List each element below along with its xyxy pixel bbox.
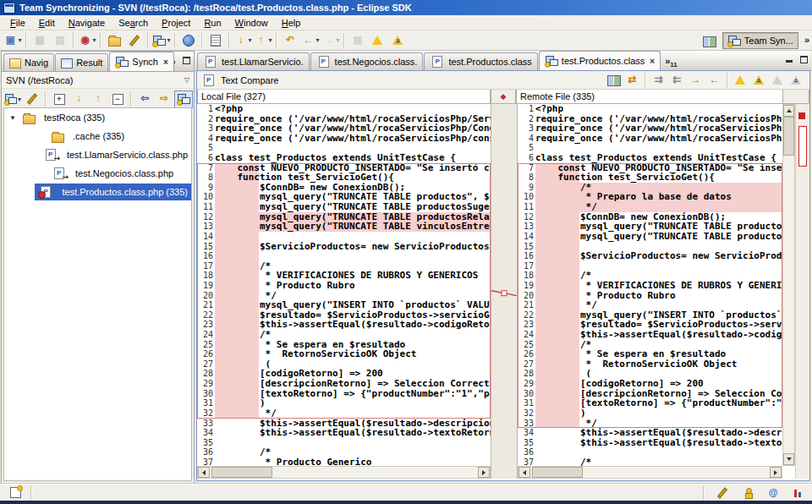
scroll-up-button[interactable] <box>783 105 794 117</box>
new-wizard-button[interactable]: ▣▾ <box>3 31 23 50</box>
next-difference-icon <box>771 74 785 86</box>
tree-item[interactable]: test.Productos.class.php (335) <box>4 183 191 201</box>
synchronize-button[interactable]: ▾ <box>151 31 172 50</box>
remote-file-pane[interactable]: 1<?php2require_once ('/var/www/html/roca… <box>518 104 782 466</box>
collapse-caret-icon[interactable]: ▼ <box>6 114 19 122</box>
menu-window[interactable]: Window <box>228 17 275 29</box>
menu-file[interactable]: File <box>3 17 32 29</box>
open-folder-button[interactable] <box>104 31 124 50</box>
statusbar-user-icon[interactable] <box>738 484 758 502</box>
scroll-right-button[interactable] <box>770 467 782 478</box>
tab-result[interactable]: Result <box>55 53 108 71</box>
tab-synchronize[interactable]: Synch× <box>109 52 173 71</box>
scroll-thumb[interactable] <box>783 117 794 156</box>
overview-ruler[interactable] <box>795 104 809 479</box>
editor-tab-productos[interactable]: test.Productos.class <box>424 52 537 70</box>
previous-difference-button[interactable]: A <box>388 31 409 50</box>
local-file-pane[interactable]: 1<?php2require_once ('/var/www/html/roca… <box>197 104 491 466</box>
next-annotation-button[interactable]: ↓▾ <box>233 31 253 50</box>
minimize-button[interactable] <box>783 54 795 65</box>
open-document-button[interactable] <box>206 31 226 50</box>
team-synchronizing-perspective-button[interactable]: Team Syn... <box>722 32 798 49</box>
menu-edit[interactable]: Edit <box>32 17 62 29</box>
save-button[interactable]: ▦ <box>30 31 50 50</box>
statusbar-link-icon[interactable]: @ <box>763 484 783 502</box>
last-edit-location-button[interactable]: ↶ <box>280 31 300 50</box>
code-line: 11 */ <box>518 202 782 212</box>
diff-connector[interactable] <box>491 104 517 459</box>
code-text: mysql_query("TRUNCATE TABLE vinculosEntr… <box>215 222 491 232</box>
menu-run[interactable]: Run <box>197 17 228 29</box>
tab-navigator[interactable]: Navig <box>3 53 54 71</box>
back-button[interactable]: ←▾ <box>300 31 321 50</box>
menu-navigate[interactable]: Navigate <box>62 17 112 29</box>
incoming-mode-button[interactable]: ⇦ <box>135 90 154 108</box>
pixel-grid-button[interactable]: ▦ <box>348 31 368 50</box>
editor-overflow-chevron[interactable]: »11 <box>665 56 678 68</box>
local-horizontal-scrollbar[interactable] <box>197 466 491 479</box>
previous-change-button[interactable]: ↑ <box>89 90 107 108</box>
previous-change-button[interactable]: A <box>787 71 805 89</box>
sync-tree[interactable]: ▼testRoca (335).cache (335)test.LlamarSe… <box>3 107 192 481</box>
tree-item[interactable]: ▼testRoca (335) <box>4 108 191 127</box>
previous-annotation-button[interactable]: ↑▾ <box>253 31 273 50</box>
print-button[interactable]: ▤ <box>50 31 70 50</box>
window-title: Team Synchronizing - SVN (/testRoca): /t… <box>19 3 412 13</box>
next-difference-button[interactable] <box>732 71 749 89</box>
editor-tab-productos-compare[interactable]: test.Productos.class× <box>539 51 661 70</box>
expand-all-button[interactable]: + <box>50 90 69 108</box>
run-external-tools-button[interactable]: ◉▾ <box>77 31 97 50</box>
maximize-button[interactable] <box>798 54 809 65</box>
editor-tab-llamarservicio[interactable]: test.LlamarServicio. <box>197 52 310 70</box>
pin-view-button[interactable] <box>23 90 41 108</box>
swap-left-right-button[interactable]: ⇄ <box>623 71 641 89</box>
scroll-thumb[interactable] <box>211 467 272 478</box>
next-difference-button[interactable] <box>368 31 388 50</box>
remote-horizontal-scrollbar[interactable] <box>518 466 782 479</box>
statusbar-pencil-icon[interactable] <box>712 484 732 502</box>
code-text: $this->assertEqual($resultado->textoReto… <box>215 428 491 438</box>
view-menu-icon[interactable]: ▽ <box>184 76 189 84</box>
remote-vertical-scrollbar[interactable] <box>782 104 795 466</box>
scroll-track[interactable] <box>783 117 794 453</box>
overview-diff-marker[interactable] <box>798 126 807 167</box>
next-change-button[interactable]: ↓ <box>69 90 88 108</box>
previous-difference-button[interactable]: A <box>750 71 768 89</box>
synchronize-button[interactable]: ▾ <box>3 90 22 108</box>
menu-search[interactable]: Search <box>112 17 155 29</box>
tree-item[interactable]: test.Negocios.class.php <box>4 164 191 183</box>
tree-item[interactable]: test.LlamarServicio.class.php <box>4 145 191 164</box>
outgoing-mode-button[interactable]: ⇨ <box>155 90 173 108</box>
forward-button[interactable]: →▾ <box>321 31 341 50</box>
perspective-overflow-chevron[interactable]: » <box>804 35 809 45</box>
tree-item[interactable]: .cache (335) <box>4 127 191 145</box>
open-web-browser-button[interactable] <box>178 31 199 50</box>
menu-project[interactable]: Project <box>155 17 197 29</box>
menu-help[interactable]: Help <box>275 17 308 29</box>
open-perspective-button[interactable] <box>700 31 720 50</box>
overview-conflict-marker[interactable] <box>798 112 805 119</box>
copy-current-right-to-left-button[interactable]: ← <box>705 71 723 89</box>
two-way-compare-button[interactable] <box>605 71 623 89</box>
scroll-left-button[interactable] <box>518 467 530 478</box>
collapse-all-button[interactable]: − <box>108 90 127 108</box>
copy-current-left-to-right-button[interactable]: → <box>687 71 705 89</box>
scroll-down-button[interactable] <box>783 453 794 465</box>
sync-icon <box>177 92 190 106</box>
mark-occurrences-button[interactable] <box>124 31 145 50</box>
scroll-right-button[interactable] <box>478 467 490 478</box>
copy-all-right-to-left-button[interactable]: ⇇ <box>668 71 686 89</box>
editor-tab-negocios[interactable]: test.Negocios.class. <box>310 52 424 70</box>
scroll-track[interactable] <box>210 467 478 478</box>
statusbar-progress-icon[interactable] <box>788 484 809 502</box>
maximize-button[interactable] <box>180 55 192 66</box>
scroll-thumb[interactable] <box>532 467 583 478</box>
both-mode-button[interactable] <box>174 90 193 108</box>
fast-view-button[interactable] <box>10 487 21 498</box>
next-change-button[interactable] <box>769 71 787 89</box>
scroll-left-button[interactable] <box>198 467 210 478</box>
close-icon[interactable]: × <box>650 57 655 66</box>
close-icon[interactable]: × <box>163 58 168 67</box>
scroll-track[interactable] <box>530 467 770 478</box>
copy-all-left-to-right-button[interactable]: ⇉ <box>650 71 667 89</box>
